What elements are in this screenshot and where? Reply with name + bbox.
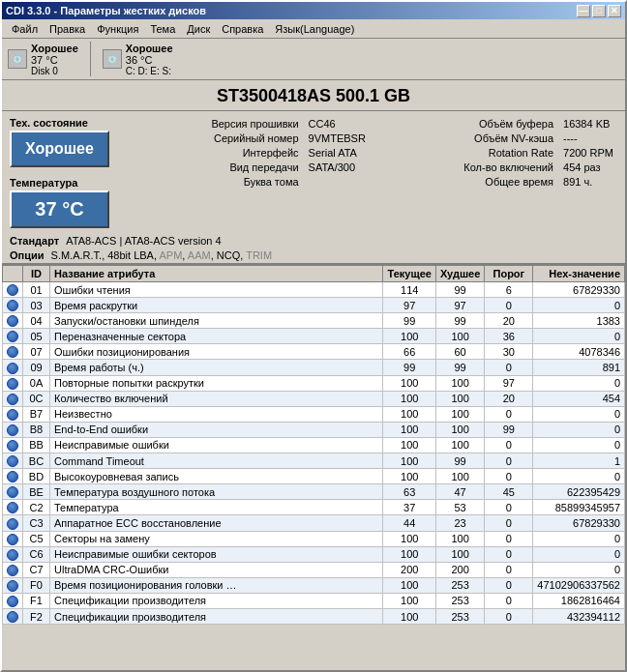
status-dot — [7, 424, 18, 436]
menu-edit[interactable]: Правка — [44, 21, 91, 37]
menu-theme[interactable]: Тема — [144, 21, 181, 37]
status-dot — [7, 378, 18, 390]
table-row: BE Температура воздушного потока 63 47 4… — [3, 484, 625, 500]
table-row: 09 Время работы (ч.) 99 99 0 891 — [3, 360, 625, 375]
table-row: C2 Температура 37 53 0 85899345957 — [3, 500, 625, 515]
option-trim: TRIM — [246, 249, 272, 261]
attr-id: C7 — [23, 562, 50, 577]
attr-current: 100 — [383, 577, 435, 593]
attr-current: 99 — [383, 360, 435, 375]
attr-current: 63 — [383, 484, 435, 500]
dot-cell — [3, 546, 23, 562]
smart-tbody: 01 Ошибки чтения 114 99 6 67829330 03 Вр… — [3, 282, 625, 625]
attr-id: 0C — [23, 391, 50, 406]
disk2-temp: 36 °C — [126, 54, 153, 66]
attr-id: C2 — [23, 500, 50, 515]
table-row: B8 End-to-End ошибки 100 100 99 0 — [3, 422, 625, 437]
status-box: Хорошее — [10, 131, 109, 167]
toolbar: 💿 Хорошее 37 °C Disk 0 💿 Хорошее 36 °C C… — [2, 39, 625, 80]
value-totaltime: 891 ч. — [559, 175, 617, 189]
attr-name: Время раскрутки — [50, 298, 383, 313]
status-dot — [7, 394, 18, 405]
attr-current: 100 — [383, 546, 435, 562]
status-dot — [7, 534, 18, 545]
standards-row: Стандарт ATA8-ACS | ATA8-ACS version 4 — [2, 234, 625, 248]
attr-name: Секторы на замену — [50, 531, 383, 546]
attr-worst: 100 — [435, 546, 484, 562]
attr-id: BD — [23, 469, 50, 484]
attr-raw: 0 — [533, 298, 625, 313]
attr-current: 100 — [383, 608, 435, 624]
attr-current: 100 — [383, 437, 435, 453]
attr-raw: 1862816464 — [533, 593, 625, 608]
attr-threshold: 0 — [485, 531, 533, 546]
attr-name: Аппаратное ECC восстановление — [50, 515, 383, 531]
attr-id: 0A — [23, 375, 50, 391]
value-rotation: 7200 RPM — [559, 146, 617, 160]
attr-raw: 0 — [533, 437, 625, 453]
dot-cell — [3, 500, 23, 515]
attr-worst: 100 — [435, 329, 484, 344]
col-name-header: Название атрибута — [50, 266, 383, 282]
attr-id: F2 — [23, 608, 50, 624]
minimize-button[interactable]: — — [577, 5, 590, 17]
label-drive-letter: Буква тома — [125, 175, 303, 189]
disk2-status: Хорошее — [126, 43, 173, 54]
attr-threshold: 0 — [485, 515, 533, 531]
attr-name: Ошибки чтения — [50, 282, 383, 298]
attr-worst: 100 — [435, 437, 484, 453]
temp-section-label: Температура — [10, 177, 109, 189]
col-dot-header — [3, 266, 23, 282]
table-row: BB Неисправимые ошибки 100 100 0 0 — [3, 437, 625, 453]
menu-help[interactable]: Справка — [216, 21, 269, 37]
attr-id: B8 — [23, 422, 50, 437]
col-threshold-header: Порог — [485, 266, 533, 282]
value-drive-letter — [305, 175, 453, 189]
table-header-row: ID Название атрибута Текущее Худшее Поро… — [3, 266, 625, 282]
menu-language[interactable]: Язык(Language) — [269, 21, 360, 37]
status-dot — [7, 331, 18, 342]
disk2-group[interactable]: 💿 Хорошее 36 °C C: D: E: S: — [103, 42, 173, 76]
option-48bit: 48bit LBA — [107, 249, 154, 261]
value-interface: Serial ATA — [305, 146, 453, 160]
col-current-header: Текущее — [383, 266, 435, 282]
attr-name: Количество включений — [50, 391, 383, 406]
status-dot — [7, 363, 18, 374]
attr-worst: 100 — [435, 422, 484, 437]
table-row: 07 Ошибки позиционирования 66 60 30 4078… — [3, 344, 625, 360]
status-dot — [7, 315, 18, 327]
label-firmware: Версия прошивки — [125, 117, 303, 131]
info-left: Тех. состояние Хорошее Температура 37 °С — [10, 117, 109, 228]
close-button[interactable]: ✕ — [608, 5, 621, 17]
attr-name: Время позиционирования головки … — [50, 577, 383, 593]
status-dot — [7, 409, 18, 421]
disk1-group[interactable]: 💿 Хорошее 37 °C Disk 0 — [8, 42, 78, 76]
attr-worst: 47 — [435, 484, 484, 500]
attr-current: 100 — [383, 391, 435, 406]
attr-current: 100 — [383, 406, 435, 422]
attr-id: 04 — [23, 313, 50, 329]
maximize-button[interactable]: □ — [592, 5, 606, 17]
status-dot — [7, 455, 18, 467]
table-row: 04 Запуски/остановки шпинделя 99 99 20 1… — [3, 313, 625, 329]
temp-box: 37 °С — [10, 190, 109, 228]
info-center: Версия прошивки CC46 Серийный номер 9VMT… — [125, 117, 452, 228]
attr-worst: 100 — [435, 469, 484, 484]
attr-current: 66 — [383, 344, 435, 360]
attr-threshold: 0 — [485, 562, 533, 577]
label-powerons: Кол-во включений — [460, 161, 557, 174]
attr-raw: 85899345957 — [533, 500, 625, 515]
menu-disk[interactable]: Диск — [181, 21, 216, 37]
table-row: F0 Время позиционирования головки … 100 … — [3, 577, 625, 593]
menu-function[interactable]: Функция — [91, 21, 144, 37]
table-row: C3 Аппаратное ECC восстановление 44 23 0… — [3, 515, 625, 531]
attr-current: 99 — [383, 313, 435, 329]
smart-table: ID Название атрибута Текущее Худшее Поро… — [2, 265, 625, 625]
attr-name: Спецификации производителя — [50, 608, 383, 624]
attr-worst: 99 — [435, 313, 484, 329]
attr-id: 05 — [23, 329, 50, 344]
smart-table-container[interactable]: ID Название атрибута Текущее Худшее Поро… — [2, 264, 625, 670]
attr-name: Температура воздушного потока — [50, 484, 383, 500]
menu-file[interactable]: Файл — [6, 21, 44, 37]
table-row: B7 Неизвестно 100 100 0 0 — [3, 406, 625, 422]
